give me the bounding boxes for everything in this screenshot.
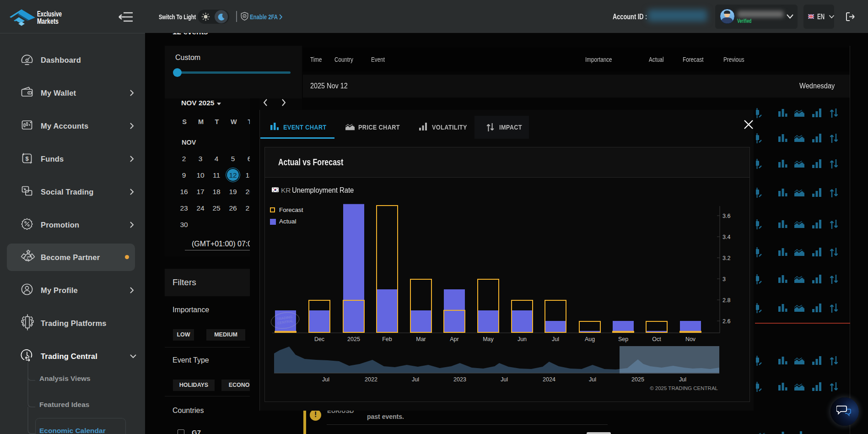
svg-text:3.4: 3.4 (722, 234, 730, 240)
svg-text:2023: 2023 (453, 376, 466, 383)
svg-text:Jul: Jul (552, 336, 559, 342)
svg-text:2.8: 2.8 (722, 297, 730, 304)
svg-text:Aug: Aug (585, 336, 595, 342)
svg-text:2.6: 2.6 (722, 318, 730, 325)
svg-text:Jul: Jul (679, 376, 686, 383)
svg-text:Jul: Jul (412, 376, 419, 383)
svg-text:Oct: Oct (652, 336, 661, 342)
svg-text:3.2: 3.2 (722, 255, 730, 261)
svg-text:Dec: Dec (314, 336, 324, 342)
svg-text:Feb: Feb (382, 336, 392, 342)
svg-text:Jul: Jul (501, 376, 508, 383)
svg-text:2024: 2024 (543, 376, 555, 383)
svg-text:Nov: Nov (685, 336, 696, 342)
svg-text:Jul: Jul (322, 376, 329, 383)
svg-text:© 2025 TRADING CENTRAL: © 2025 TRADING CENTRAL (650, 385, 718, 391)
svg-text:Apr: Apr (450, 336, 458, 342)
svg-text:3: 3 (722, 276, 726, 282)
svg-text:Markets: Markets (37, 17, 59, 26)
svg-text:Sep: Sep (618, 336, 628, 342)
svg-text:Jun: Jun (518, 336, 527, 342)
svg-text:Jul: Jul (589, 376, 596, 383)
svg-text:2025: 2025 (347, 336, 360, 342)
svg-text:2025: 2025 (631, 376, 644, 383)
svg-text:Mar: Mar (416, 336, 426, 342)
svg-text:3.6: 3.6 (722, 213, 730, 219)
svg-text:May: May (483, 336, 494, 342)
svg-text:$: $ (25, 155, 29, 162)
svg-text:2022: 2022 (365, 376, 377, 383)
